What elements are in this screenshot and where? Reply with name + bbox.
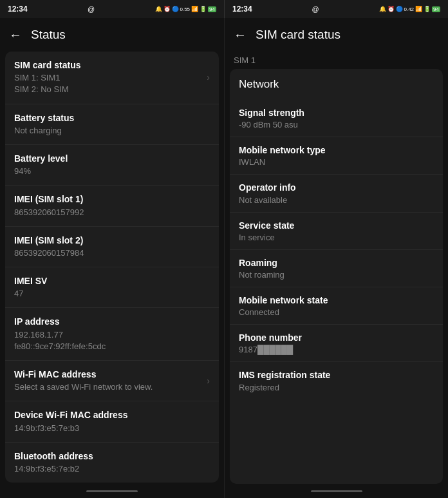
- right-back-button[interactable]: ←: [234, 28, 247, 43]
- right-status-time: 12:34: [232, 5, 252, 14]
- right-item-label: IMS registration state: [239, 369, 434, 381]
- right-list-item: Mobile network typeIWLAN: [230, 137, 443, 175]
- sim-label: SIM 1: [225, 52, 448, 69]
- right-item-value: In service: [239, 233, 434, 242]
- left-item-content: IP address192.168.1.77 fe80::9ce7:92ff:f…: [14, 316, 210, 352]
- left-list-item: IMEI (SIM slot 2)865392060157984: [5, 227, 219, 267]
- right-item-label: Roaming: [239, 257, 434, 269]
- right-list-item: Phone number9187██████: [230, 325, 443, 362]
- left-item-content: Battery statusNot charging: [14, 112, 210, 137]
- left-item-value: Select a saved Wi-Fi network to view.: [14, 381, 201, 393]
- left-list-item: Bluetooth address14:9b:f3:e5:7e:b2: [5, 443, 219, 483]
- right-item-label: Phone number: [239, 332, 434, 343]
- left-top-bar: ← Status: [0, 18, 224, 52]
- right-item-label: Operator info: [239, 182, 434, 193]
- right-item-value: 9187██████: [239, 345, 434, 354]
- left-item-label: IP address: [14, 316, 210, 327]
- left-item-content: IMEI SV47: [14, 275, 210, 300]
- left-item-label: SIM card status: [14, 59, 201, 71]
- left-item-label: IMEI SV: [14, 275, 210, 287]
- left-list-item: IP address192.168.1.77 fe80::9ce7:92ff:f…: [5, 308, 219, 361]
- left-item-value: SIM 1: SIM1 SIM 2: No SIM: [14, 72, 201, 95]
- left-item-content: IMEI (SIM slot 2)865392060157984: [14, 235, 210, 259]
- left-item-value: 865392060157984: [14, 247, 210, 259]
- left-item-label: Battery level: [14, 153, 210, 164]
- left-item-value: 14:9b:f3:e5:7e:b3: [14, 423, 210, 434]
- left-item-value: Not charging: [14, 125, 210, 137]
- right-item-value: Connected: [239, 307, 434, 317]
- left-item-value: 47: [14, 288, 210, 300]
- left-item-value: 94%: [14, 166, 210, 177]
- left-settings-card: SIM card statusSIM 1: SIM1 SIM 2: No SIM…: [5, 52, 219, 483]
- right-item-label: Service state: [239, 220, 434, 231]
- right-list-item: Signal strength-90 dBm 50 asu: [230, 100, 443, 137]
- left-list-item: IMEI SV47: [5, 267, 219, 308]
- left-item-content: Device Wi-Fi MAC address14:9b:f3:e5:7e:b…: [14, 409, 210, 434]
- left-list-item[interactable]: Wi-Fi MAC addressSelect a saved Wi-Fi ne…: [5, 361, 219, 401]
- right-panel: ← SIM card status SIM 1 NetworkSignal st…: [224, 18, 448, 484]
- right-scroll-indicator: [311, 490, 362, 492]
- left-list-item: Device Wi-Fi MAC address14:9b:f3:e5:7e:b…: [5, 401, 219, 442]
- left-item-label: Device Wi-Fi MAC address: [14, 409, 210, 421]
- right-list-item: IMS registration stateRegistered: [230, 362, 443, 399]
- left-list-item[interactable]: SIM card statusSIM 1: SIM1 SIM 2: No SIM…: [5, 52, 219, 104]
- left-settings-list: SIM card statusSIM 1: SIM1 SIM 2: No SIM…: [0, 52, 224, 484]
- right-list-item: Operator infoNot available: [230, 175, 443, 212]
- right-item-value: Not roaming: [239, 270, 434, 280]
- left-back-button[interactable]: ←: [9, 28, 22, 43]
- left-panel: ← Status SIM card statusSIM 1: SIM1 SIM …: [0, 18, 224, 484]
- left-item-content: Battery level94%: [14, 153, 210, 177]
- right-item-value: Registered: [239, 383, 434, 392]
- right-top-bar: ← SIM card status: [225, 18, 448, 52]
- left-list-item: IMEI (SIM slot 1)865392060157992: [5, 186, 219, 226]
- left-item-value: 865392060157992: [14, 207, 210, 218]
- right-list-item: Mobile network stateConnected: [230, 287, 443, 325]
- left-status-icons: 🔔⏰🔵0.55📶🔋94: [155, 6, 216, 12]
- left-list-item: Battery statusNot charging: [5, 104, 219, 145]
- right-item-label: Signal strength: [239, 107, 434, 119]
- left-scroll-indicator: [86, 490, 138, 492]
- left-item-content: SIM card statusSIM 1: SIM1 SIM 2: No SIM: [14, 59, 201, 96]
- left-item-value: 192.168.1.77 fe80::9ce7:92ff:fefe:5cdc: [14, 329, 210, 352]
- network-heading: Network: [230, 69, 443, 100]
- chevron-icon: ›: [207, 376, 210, 386]
- left-page-title: Status: [31, 28, 66, 42]
- right-item-label: Mobile network type: [239, 144, 434, 156]
- right-list-item: RoamingNot roaming: [230, 250, 443, 287]
- left-list-item: Battery level94%: [5, 145, 219, 186]
- left-item-content: Wi-Fi MAC addressSelect a saved Wi-Fi ne…: [14, 369, 201, 393]
- right-status-icons: 🔔⏰🔵0.42📶🔋94: [379, 6, 440, 12]
- right-item-label: Mobile network state: [239, 294, 434, 306]
- left-item-label: IMEI (SIM slot 2): [14, 235, 210, 246]
- right-page-title: SIM card status: [256, 28, 341, 42]
- right-card: NetworkSignal strength-90 dBm 50 asuMobi…: [230, 69, 443, 484]
- left-item-label: Battery status: [14, 112, 210, 124]
- left-status-time: 12:34: [8, 5, 28, 14]
- right-item-value: -90 dBm 50 asu: [239, 120, 434, 129]
- right-list-item: Service stateIn service: [230, 213, 443, 250]
- left-item-content: Bluetooth address14:9b:f3:e5:7e:b2: [14, 450, 210, 475]
- left-item-content: IMEI (SIM slot 1)865392060157992: [14, 193, 210, 218]
- left-item-label: Bluetooth address: [14, 450, 210, 462]
- left-item-label: Wi-Fi MAC address: [14, 369, 201, 380]
- right-at-icon: @: [312, 5, 319, 13]
- chevron-icon: ›: [207, 72, 210, 82]
- left-item-value: 14:9b:f3:e5:7e:b2: [14, 463, 210, 475]
- right-item-value: IWLAN: [239, 157, 434, 167]
- left-at-icon: @: [88, 5, 95, 13]
- right-item-value: Not available: [239, 195, 434, 205]
- left-item-label: IMEI (SIM slot 1): [14, 193, 210, 205]
